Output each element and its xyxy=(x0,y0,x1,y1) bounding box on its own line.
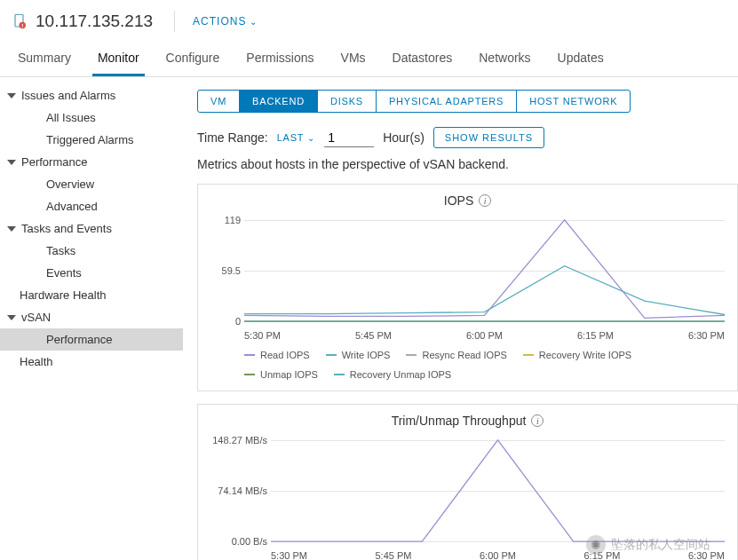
sidebar-item-label: Hardware Health xyxy=(20,288,107,303)
sidebar-item-label: vSAN xyxy=(21,310,51,325)
sidebar-item-label: Performance xyxy=(21,154,87,170)
y-tick: 74.14 MB/s xyxy=(205,485,267,496)
tab-permissions[interactable]: Permissions xyxy=(241,42,319,76)
info-icon[interactable]: i xyxy=(531,414,544,427)
legend-label: Read IOPS xyxy=(260,350,310,360)
sidebar-item-tasks-and-events[interactable]: Tasks and Events xyxy=(0,217,183,240)
y-tick: 59.5 xyxy=(205,265,241,276)
legend-swatch xyxy=(244,374,255,375)
time-range-unit: Hour(s) xyxy=(383,130,425,145)
content: VMBACKENDDISKSPHYSICAL ADAPTERSHOST NETW… xyxy=(183,77,738,560)
x-tick: 5:45 PM xyxy=(355,330,392,341)
sidebar-item-performance[interactable]: Performance xyxy=(0,151,183,173)
chart-iops: IOPS i 119 59.5 0 5:30 PM5:45 PM6:00 PM6… xyxy=(197,184,738,391)
chevron-down-icon: ⌄ xyxy=(307,133,315,143)
host-ip: 10.117.135.213 xyxy=(36,12,153,31)
tab-networks[interactable]: Networks xyxy=(473,42,536,76)
legend-swatch xyxy=(334,374,345,375)
sidebar-item-tasks[interactable]: Tasks xyxy=(0,240,183,262)
x-tick: 5:30 PM xyxy=(271,550,307,560)
x-tick: 6:00 PM xyxy=(480,550,516,560)
legend-swatch xyxy=(326,354,337,356)
x-tick: 6:30 PM xyxy=(688,550,725,560)
show-results-button[interactable]: SHOW RESULTS xyxy=(433,127,544,148)
x-tick: 6:15 PM xyxy=(584,550,621,560)
y-tick: 148.27 MB/s xyxy=(205,435,267,446)
legend-item[interactable]: Recovery Write IOPS xyxy=(523,350,631,360)
legend-label: Resync Read IOPS xyxy=(422,350,506,360)
y-tick: 0 xyxy=(205,316,241,327)
chart-series-line xyxy=(271,440,725,541)
actions-menu[interactable]: ACTIONS ⌄ xyxy=(174,11,258,32)
legend-label: Recovery Unmap IOPS xyxy=(350,369,451,380)
tab-datastores[interactable]: Datastores xyxy=(387,42,458,76)
sidebar-item-health[interactable]: Health xyxy=(0,351,183,373)
host-icon: ! xyxy=(12,13,28,29)
tab-monitor[interactable]: Monitor xyxy=(92,42,145,76)
sidebar-item-label: Tasks and Events xyxy=(21,221,112,236)
subtab-physical-adapters[interactable]: PHYSICAL ADAPTERS xyxy=(377,91,517,112)
sidebar-item-triggered-alarms[interactable]: Triggered Alarms xyxy=(0,129,183,151)
time-range-last-dropdown[interactable]: LAST ⌄ xyxy=(277,132,316,143)
subtab-disks[interactable]: DISKS xyxy=(318,91,377,112)
legend-swatch xyxy=(523,354,534,356)
legend-item[interactable]: Write IOPS xyxy=(326,350,391,360)
legend-swatch xyxy=(406,354,417,356)
legend-item[interactable]: Resync Read IOPS xyxy=(406,350,506,360)
sidebar-item-hardware-health[interactable]: Hardware Health xyxy=(0,284,183,306)
x-tick: 6:30 PM xyxy=(688,330,725,341)
tab-vms[interactable]: VMs xyxy=(336,42,371,76)
sidebar-item-advanced[interactable]: Advanced xyxy=(0,195,183,217)
host-title: ! 10.117.135.213 xyxy=(12,12,153,31)
info-icon[interactable]: i xyxy=(479,194,491,207)
legend-item[interactable]: Unmap IOPS xyxy=(244,369,318,380)
sidebar-item-performance[interactable]: Performance xyxy=(0,328,183,351)
x-tick: 5:45 PM xyxy=(376,550,412,560)
sidebar: Issues and AlarmsAll IssuesTriggered Ala… xyxy=(0,77,183,560)
caret-down-icon xyxy=(7,93,16,99)
x-tick: 6:15 PM xyxy=(577,330,614,341)
time-range-row: Time Range: LAST ⌄ Hour(s) SHOW RESULTS xyxy=(197,127,738,148)
x-tick: 6:00 PM xyxy=(466,330,503,341)
sidebar-item-label: Health xyxy=(20,354,53,369)
time-range-value-input[interactable] xyxy=(324,129,374,147)
sidebar-item-vsan[interactable]: vSAN xyxy=(0,306,183,328)
y-tick: 119 xyxy=(205,215,241,225)
chart-trim-unmap: Trim/Unmap Throughput i 148.27 MB/s 74.1… xyxy=(197,404,738,560)
chart-title: Trim/Unmap Throughput xyxy=(392,414,527,428)
time-range-label: Time Range: xyxy=(197,130,268,145)
subtab-host-network[interactable]: HOST NETWORK xyxy=(517,91,630,112)
tab-updates[interactable]: Updates xyxy=(552,42,609,76)
sidebar-item-issues-and-alarms[interactable]: Issues and Alarms xyxy=(0,84,183,106)
caret-down-icon xyxy=(7,315,16,320)
legend-item[interactable]: Recovery Unmap IOPS xyxy=(334,369,451,380)
sidebar-item-label: Issues and Alarms xyxy=(21,88,115,103)
subtab-vm[interactable]: VM xyxy=(198,91,240,112)
actions-label: ACTIONS xyxy=(193,15,246,28)
chart-title: IOPS xyxy=(444,193,473,208)
chart-series-line xyxy=(244,220,725,319)
sidebar-item-overview[interactable]: Overview xyxy=(0,173,183,195)
chevron-down-icon: ⌄ xyxy=(250,17,258,27)
legend-label: Recovery Write IOPS xyxy=(539,350,631,360)
legend-label: Write IOPS xyxy=(342,350,391,360)
sidebar-item-all-issues[interactable]: All Issues xyxy=(0,106,183,129)
sidebar-item-events[interactable]: Events xyxy=(0,262,183,284)
legend-swatch xyxy=(244,354,255,356)
subtab-backend[interactable]: BACKEND xyxy=(240,91,318,112)
sub-tabs: VMBACKENDDISKSPHYSICAL ADAPTERSHOST NETW… xyxy=(197,90,631,113)
chart-series-line xyxy=(244,266,725,315)
x-tick: 5:30 PM xyxy=(244,330,281,341)
main-tabs: SummaryMonitorConfigurePermissionsVMsDat… xyxy=(0,42,738,77)
caret-down-icon xyxy=(7,160,16,165)
caret-down-icon xyxy=(7,226,16,232)
tab-configure[interactable]: Configure xyxy=(161,42,226,76)
tab-summary[interactable]: Summary xyxy=(12,42,76,76)
metrics-description: Metrics about hosts in the perspective o… xyxy=(197,157,738,171)
svg-text:!: ! xyxy=(21,23,23,28)
legend-item[interactable]: Read IOPS xyxy=(244,350,310,360)
legend-label: Unmap IOPS xyxy=(260,369,318,380)
y-tick: 0.00 B/s xyxy=(205,536,267,547)
